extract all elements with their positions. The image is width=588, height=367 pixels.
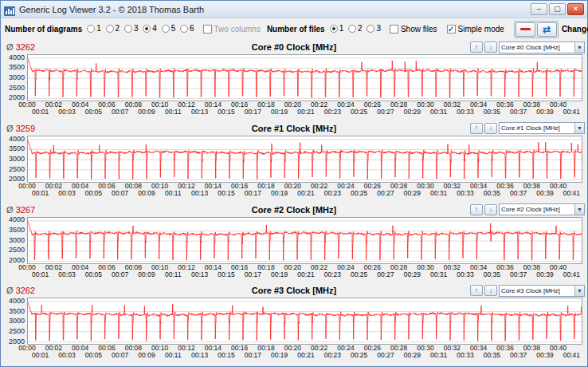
maximize-button[interactable]: ▢ (549, 3, 566, 15)
x-tick-label: 00:35 (484, 190, 500, 197)
up-arrow-icon: ↑ (475, 206, 479, 213)
x-tick-label: 00:19 (271, 190, 288, 197)
x-tick-label: 00:37 (510, 190, 527, 197)
close-button[interactable]: × (567, 3, 584, 15)
x-tick-label: 00:01 (32, 109, 49, 116)
combo-value: Core #1 Clock [MHz] (501, 124, 574, 132)
x-tick-label: 00:13 (191, 271, 208, 278)
x-tick-label: 00:03 (58, 190, 75, 197)
move-diagram-down-button[interactable]: ↓ (484, 285, 497, 296)
checkbox-icon (390, 25, 398, 34)
chevron-down-icon: ▼ (574, 286, 584, 296)
x-tick-label: 00:17 (245, 190, 261, 197)
x-tick-label: 00:39 (536, 190, 553, 197)
y-axis-labels: 40003500300025002000 (3, 136, 27, 183)
x-tick-label: 00:23 (324, 190, 341, 197)
x-tick-label: 00:17 (245, 109, 261, 116)
x-tick-label: 00:31 (430, 190, 447, 197)
radio-icon (124, 25, 132, 33)
files-radio-group: 1 2 3 (330, 24, 383, 34)
down-arrow-icon: ↓ (489, 44, 493, 51)
x-tick-label: 00:29 (404, 271, 421, 278)
move-diagram-up-button[interactable]: ↑ (470, 204, 483, 215)
chevron-down-icon: ▼ (574, 204, 584, 215)
change-all-label: Change all (562, 25, 588, 34)
x-tick-label: 00:35 (484, 352, 500, 359)
chevron-down-icon: ▼ (574, 42, 584, 53)
radio-files-3[interactable]: 3 (367, 24, 381, 33)
radio-label: 1 (339, 24, 344, 33)
x-tick-label: 00:29 (404, 352, 421, 359)
radio-label: 3 (376, 24, 381, 33)
diagrams-label: Number of diagrams (5, 25, 82, 34)
average-value: Ø 3262 (6, 42, 35, 52)
x-tick-label: 00:17 (245, 352, 261, 359)
signal-select[interactable]: Core #0 Clock [MHz]▼ (499, 41, 585, 53)
combo-value: Core #3 Clock [MHz] (501, 287, 574, 294)
move-diagram-up-button[interactable]: ↑ (470, 41, 483, 53)
two-columns-checkbox[interactable]: Two columns (203, 25, 261, 34)
y-axis-labels: 40003500300025002000 (3, 217, 27, 264)
x-tick-label: 00:29 (404, 190, 421, 197)
radio-diagrams-4[interactable]: 4 (143, 24, 157, 33)
minimize-button[interactable]: – (531, 3, 547, 15)
x-tick-label: 00:41 (563, 352, 580, 359)
x-tick-label: 00:39 (536, 271, 553, 278)
signal-select[interactable]: Core #2 Clock [MHz]▼ (499, 203, 585, 215)
down-arrow-icon: ↓ (489, 206, 493, 213)
x-tick-label: 00:05 (85, 271, 102, 278)
x-tick-label: 00:35 (484, 271, 500, 278)
x-tick-label: 00:27 (377, 271, 394, 278)
y-tick-label: 2500 (9, 247, 25, 254)
title-bar: Generic Log Viewer 3.2 - © 2018 Thomas B… (1, 1, 587, 18)
signal-select[interactable]: Core #1 Clock [MHz]▼ (499, 122, 585, 134)
move-diagram-down-button[interactable]: ↓ (484, 204, 497, 215)
line-color-button[interactable] (515, 22, 535, 37)
radio-diagrams-2[interactable]: 2 (106, 24, 120, 33)
radio-diagrams-6[interactable]: 6 (180, 24, 194, 33)
x-tick-label: 00:27 (377, 352, 394, 359)
y-tick-label: 4000 (9, 298, 25, 305)
radio-diagrams-1[interactable]: 1 (87, 24, 101, 33)
up-arrow-icon: ↑ (475, 44, 479, 51)
radio-icon (87, 25, 95, 33)
x-tick-label: 00:41 (563, 190, 580, 197)
signal-select[interactable]: Core #3 Clock [MHz]▼ (499, 285, 585, 297)
x-tick-label: 00:01 (32, 271, 49, 278)
move-diagram-down-button[interactable]: ↓ (484, 123, 497, 134)
diagram-panel-core3: Ø 3262 Core #3 Clock [MHz] ↑ ↓ Core #3 C… (3, 283, 585, 365)
y-tick-label: 3500 (9, 308, 25, 315)
radio-icon (330, 25, 338, 33)
x-tick-label: 00:11 (165, 190, 182, 197)
y-tick-label: 3500 (9, 145, 25, 152)
radio-label: 4 (152, 24, 157, 33)
simple-mode-checkbox[interactable]: Simple mode (447, 25, 504, 34)
radio-diagrams-3[interactable]: 3 (124, 24, 139, 33)
radio-files-2[interactable]: 2 (348, 24, 363, 33)
radio-diagrams-5[interactable]: 5 (162, 24, 176, 33)
move-diagram-down-button[interactable]: ↓ (484, 41, 497, 53)
refresh-button[interactable]: ⇄ (537, 22, 557, 37)
x-tick-label: 00:29 (404, 109, 421, 116)
x-tick-label: 00:09 (138, 109, 155, 116)
y-tick-label: 4000 (9, 136, 25, 143)
move-diagram-up-button[interactable]: ↑ (470, 285, 483, 296)
radio-icon (367, 25, 374, 33)
radio-files-1[interactable]: 1 (330, 24, 344, 33)
x-tick-label: 00:21 (297, 190, 314, 197)
x-tick-label: 00:25 (351, 271, 367, 278)
x-tick-label: 00:37 (510, 271, 527, 278)
x-tick-label: 00:11 (165, 271, 182, 278)
x-tick-label: 00:05 (85, 352, 102, 359)
x-tick-label: 00:15 (218, 109, 234, 116)
x-tick-label: 00:09 (138, 352, 155, 359)
y-tick-label: 4000 (9, 54, 25, 61)
checkbox-label: Two columns (214, 25, 261, 34)
show-files-checkbox[interactable]: Show files (390, 25, 437, 34)
x-tick-label: 00:03 (58, 109, 75, 116)
x-tick-label: 00:33 (457, 190, 473, 197)
x-tick-label: 00:25 (351, 109, 367, 116)
x-tick-label: 00:39 (536, 352, 553, 359)
x-axis-labels: 00:0000:0100:0200:0300:0400:0500:0600:07… (3, 345, 585, 360)
move-diagram-up-button[interactable]: ↑ (470, 123, 483, 134)
